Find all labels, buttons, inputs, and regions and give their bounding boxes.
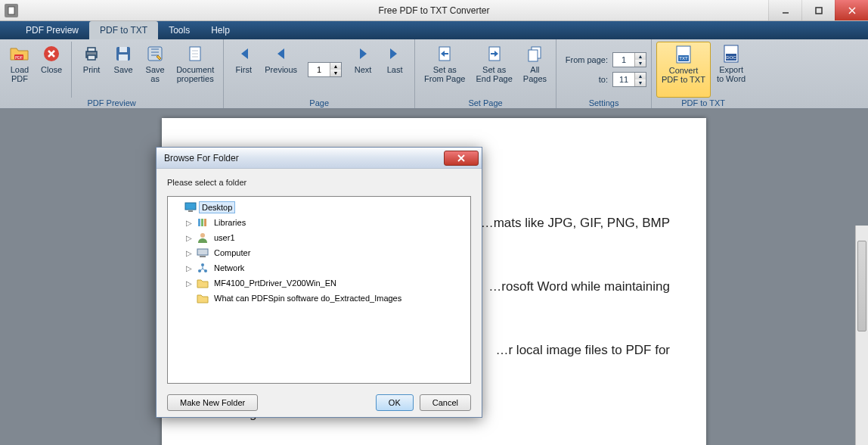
current-page-spinner[interactable]: 1 ▲▼ (308, 62, 342, 77)
set-end-page-button[interactable]: Set asEnd Page (471, 42, 516, 98)
monitor-icon (184, 201, 197, 213)
expand-icon[interactable]: ▷ (184, 264, 194, 272)
last-page-button[interactable]: Last (380, 42, 410, 98)
close-pdf-button[interactable]: Close (36, 42, 67, 98)
network-icon (197, 262, 209, 274)
to-page-spinner[interactable]: 11▲▼ (612, 72, 646, 87)
svg-rect-9 (88, 48, 95, 51)
convert-pdf-to-txt-button[interactable]: TXT ConvertPDF to TXT (656, 42, 711, 98)
tree-node[interactable]: What can PDFSpin software do_Extracted_I… (169, 291, 469, 306)
tree-node[interactable]: Desktop (169, 200, 469, 215)
ok-button[interactable]: OK (376, 394, 414, 411)
export-to-word-button[interactable]: DOC Exportto Word (712, 42, 750, 98)
tree-node[interactable]: ▷Network (169, 260, 469, 275)
dialog-close-button[interactable] (444, 151, 479, 166)
tree-node-label: user1 (212, 232, 237, 243)
all-pages-button[interactable]: AllPages (519, 42, 551, 98)
next-icon (352, 43, 374, 64)
page-end-icon (484, 43, 505, 64)
word-file-icon: DOC (721, 43, 742, 64)
tree-node-label: Network (212, 263, 246, 273)
tab-help[interactable]: Help (200, 21, 240, 39)
print-button[interactable]: Print (76, 42, 107, 98)
save-as-icon (144, 43, 166, 64)
vertical-scrollbar[interactable] (855, 226, 868, 445)
tree-node[interactable]: ▷user1 (169, 230, 469, 245)
expand-icon[interactable]: ▷ (184, 234, 194, 242)
svg-rect-12 (119, 47, 127, 52)
ribbon: PDF LoadPDF Close Print Save (0, 39, 868, 109)
group-pdf-to-txt: TXT ConvertPDF to TXT DOC Exportto Word … (652, 39, 755, 108)
txt-file-icon: TXT (673, 44, 694, 65)
next-page-button[interactable]: Next (348, 42, 378, 98)
group-page: First Previous 1 ▲▼ Next (224, 39, 415, 108)
load-pdf-button[interactable]: PDF LoadPDF (5, 42, 35, 98)
expand-icon[interactable]: ▷ (184, 279, 194, 288)
tree-node-label: Computer (212, 247, 253, 258)
last-icon (384, 43, 405, 64)
page-from-icon (434, 43, 455, 64)
group-pdf-preview: PDF LoadPDF Close Print Save (0, 39, 224, 108)
save-button[interactable]: Save (108, 42, 138, 98)
svg-rect-28 (198, 219, 200, 226)
first-page-button[interactable]: First (228, 42, 259, 98)
folder-icon (197, 292, 209, 304)
to-page-label: to: (561, 75, 608, 84)
group-settings: From page: 1▲▼ to: 11▲▼ Settings (556, 39, 652, 108)
folder-icon (197, 277, 209, 289)
folder-tree[interactable]: Desktop▷Libraries▷user1▷Computer▷Network… (167, 196, 471, 384)
tree-node[interactable]: ▷MF4100_PrtDriver_V200Win_EN (169, 275, 469, 291)
set-from-page-button[interactable]: Set asFrom Page (420, 42, 470, 98)
dialog-prompt: Please select a folder (167, 178, 471, 187)
first-icon (233, 43, 254, 64)
svg-rect-33 (200, 256, 206, 257)
svg-text:TXT: TXT (679, 56, 688, 61)
window-title: Free PDF to TXT Converter (379, 5, 490, 16)
tree-node[interactable]: ▷Computer (169, 245, 469, 260)
tree-node-label: MF4100_PrtDriver_V200Win_EN (212, 278, 339, 288)
spin-up-icon[interactable]: ▲ (330, 63, 341, 70)
minimize-button[interactable] (768, 0, 801, 20)
svg-rect-27 (188, 210, 193, 212)
svg-rect-0 (8, 7, 14, 14)
libraries-icon (197, 216, 209, 229)
spin-down-icon[interactable]: ▼ (330, 70, 341, 76)
svg-rect-30 (204, 219, 206, 226)
tree-node-label: Libraries (212, 217, 248, 228)
svg-text:PDF: PDF (15, 55, 23, 60)
expand-icon[interactable]: ▷ (184, 219, 194, 227)
close-button[interactable] (835, 0, 868, 20)
maximize-button[interactable] (801, 0, 835, 20)
svg-text:DOC: DOC (726, 55, 736, 60)
svg-rect-13 (119, 54, 128, 61)
svg-point-31 (200, 233, 205, 238)
from-page-label: From page: (561, 55, 608, 64)
cancel-button[interactable]: Cancel (420, 394, 471, 411)
app-icon (5, 4, 18, 17)
menu-strip: PDF Preview PDF to TXT Tools Help (0, 21, 868, 39)
from-page-spinner[interactable]: 1▲▼ (612, 52, 646, 67)
save-icon (113, 43, 134, 64)
svg-rect-2 (816, 8, 822, 14)
browse-folder-dialog: Browse For Folder Please select a folder… (156, 147, 482, 418)
save-as-button[interactable]: Saveas (140, 42, 170, 98)
title-bar: Free PDF to TXT Converter (0, 0, 868, 21)
tree-node-label: Desktop (200, 202, 234, 213)
document-properties-button[interactable]: Documentproperties (172, 42, 219, 98)
tab-pdf-to-txt[interactable]: PDF to TXT (89, 21, 158, 39)
folder-open-icon: PDF (9, 43, 30, 64)
tab-pdf-preview[interactable]: PDF Preview (15, 21, 89, 39)
make-new-folder-button[interactable]: Make New Folder (167, 394, 258, 411)
tree-node[interactable]: ▷Libraries (169, 215, 469, 230)
svg-rect-26 (185, 203, 196, 210)
svg-rect-19 (529, 50, 538, 61)
dialog-titlebar: Browse For Folder (157, 148, 482, 169)
expand-icon[interactable]: ▷ (184, 249, 194, 257)
printer-icon (81, 43, 102, 64)
computer-icon (197, 247, 209, 259)
previous-page-button[interactable]: Previous (260, 42, 302, 98)
pages-icon (524, 43, 545, 64)
tab-tools[interactable]: Tools (158, 21, 200, 39)
dialog-title: Browse For Folder (164, 153, 239, 163)
svg-rect-29 (201, 219, 203, 226)
